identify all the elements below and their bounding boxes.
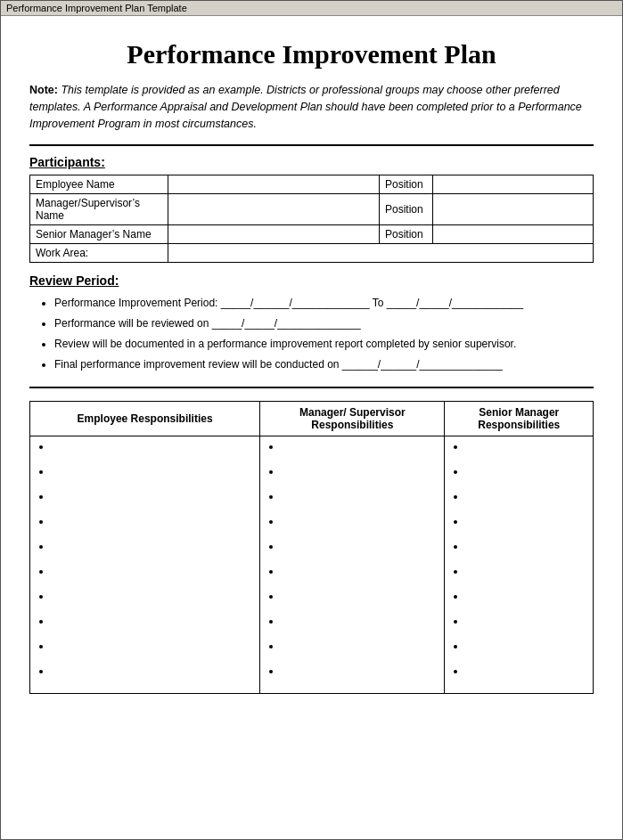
content-area: Performance Improvement Plan Note: This …	[1, 16, 622, 710]
table-row: Work Area:	[30, 244, 594, 263]
list-item	[52, 490, 254, 502]
list-item	[52, 515, 254, 527]
list-item	[282, 665, 439, 677]
list-item	[466, 565, 587, 577]
senior-manager-value	[168, 225, 380, 244]
review-period-heading: Review Period:	[29, 273, 594, 288]
manager-name-label: Manager/Supervisor’s Name	[30, 194, 168, 225]
position-value-2	[433, 194, 594, 225]
list-item: Review will be documented in a performan…	[54, 334, 594, 355]
list-item	[282, 640, 439, 652]
list-item	[466, 465, 587, 477]
work-area-value	[168, 244, 594, 263]
list-item	[282, 515, 439, 527]
list-item	[466, 615, 587, 627]
browser-bar: Performance Improvement Plan Template	[1, 1, 622, 16]
list-item	[282, 490, 439, 502]
senior-manager-responsibilities-cell	[445, 436, 594, 694]
col-header-senior: Senior ManagerResponsibilities	[445, 402, 594, 436]
manager-bullets	[266, 440, 439, 677]
list-item	[282, 440, 439, 453]
col-header-manager: Manager/ SupervisorResponsibilities	[260, 402, 445, 436]
employee-name-label: Employee Name	[30, 175, 168, 194]
list-item	[466, 440, 587, 453]
work-area-label: Work Area:	[30, 244, 168, 263]
table-row	[30, 436, 594, 694]
table-row: Manager/Supervisor’s Name Position	[30, 194, 594, 225]
list-item	[52, 440, 254, 453]
position-label-1: Position	[380, 175, 433, 194]
list-item	[52, 465, 254, 477]
note-section: Note: This template is provided as an ex…	[29, 82, 594, 132]
table-row: Employee Name Position	[30, 175, 594, 194]
list-item	[52, 615, 254, 627]
list-item	[52, 540, 254, 552]
list-item: Performance will be reviewed on _____/__…	[54, 314, 594, 334]
page-wrapper: Performance Improvement Plan Template Pe…	[0, 0, 623, 840]
position-value-3	[433, 225, 594, 244]
list-item	[466, 590, 587, 602]
position-label-2: Position	[380, 194, 433, 225]
position-value-1	[433, 175, 594, 194]
list-item	[466, 515, 587, 527]
list-item	[282, 615, 439, 627]
note-text: This template is provided as an example.…	[29, 84, 582, 130]
employee-bullets	[36, 440, 254, 677]
manager-responsibilities-cell	[260, 436, 445, 694]
table-header-row: Employee Responsibilities Manager/ Super…	[30, 402, 594, 436]
browser-bar-label: Performance Improvement Plan Template	[6, 3, 187, 13]
divider-1	[29, 144, 594, 146]
list-item	[52, 665, 254, 677]
divider-2	[29, 387, 594, 388]
participants-heading: Participants:	[29, 155, 594, 169]
list-item	[466, 665, 587, 677]
employee-responsibilities-cell	[30, 436, 260, 694]
list-item	[52, 640, 254, 652]
list-item	[52, 590, 254, 602]
list-item	[466, 540, 587, 552]
responsibilities-table: Employee Responsibilities Manager/ Super…	[29, 401, 594, 694]
note-label: Note:	[29, 84, 58, 96]
list-item: Final performance improvement review wil…	[54, 355, 594, 375]
list-item	[282, 590, 439, 602]
senior-bullets	[450, 440, 587, 677]
list-item	[282, 540, 439, 552]
list-item	[466, 490, 587, 502]
participants-table: Employee Name Position Manager/Superviso…	[29, 175, 594, 263]
position-label-3: Position	[380, 225, 433, 244]
list-item	[282, 565, 439, 577]
table-row: Senior Manager’s Name Position	[30, 225, 594, 244]
manager-name-value	[168, 194, 380, 225]
list-item	[282, 465, 439, 477]
list-item	[466, 640, 587, 652]
list-item	[52, 565, 254, 577]
list-item: Performance Improvement Period: _____/__…	[54, 293, 594, 314]
senior-manager-label: Senior Manager’s Name	[30, 225, 168, 244]
page-title: Performance Improvement Plan	[29, 39, 594, 69]
col-header-employee: Employee Responsibilities	[30, 402, 260, 436]
employee-name-value	[168, 175, 380, 194]
review-period-list: Performance Improvement Period: _____/__…	[54, 293, 594, 374]
